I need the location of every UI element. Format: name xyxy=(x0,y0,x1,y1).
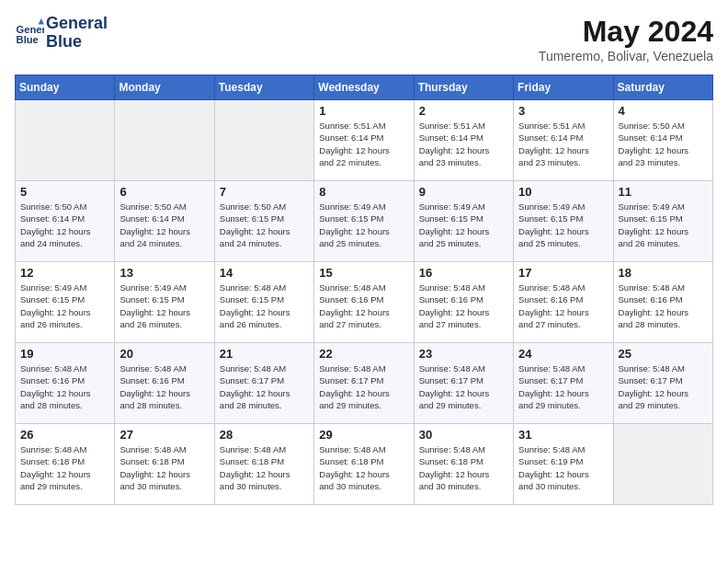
calendar-cell: 22Sunrise: 5:48 AM Sunset: 6:17 PM Dayli… xyxy=(314,343,414,424)
day-number: 6 xyxy=(119,185,209,199)
day-info: Sunrise: 5:48 AM Sunset: 6:17 PM Dayligh… xyxy=(419,362,508,411)
day-info: Sunrise: 5:50 AM Sunset: 6:15 PM Dayligh… xyxy=(220,201,309,249)
day-info: Sunrise: 5:48 AM Sunset: 6:18 PM Dayligh… xyxy=(119,443,209,492)
day-number: 8 xyxy=(319,185,408,199)
calendar-cell: 12Sunrise: 5:49 AM Sunset: 6:15 PM Dayli… xyxy=(16,262,115,343)
day-info: Sunrise: 5:48 AM Sunset: 6:17 PM Dayligh… xyxy=(220,362,309,411)
calendar-cell: 29Sunrise: 5:48 AM Sunset: 6:18 PM Dayli… xyxy=(314,424,414,505)
location-title: Tumeremo, Bolivar, Venezuela xyxy=(539,49,713,63)
calendar-cell xyxy=(115,100,214,181)
calendar-cell: 17Sunrise: 5:48 AM Sunset: 6:16 PM Dayli… xyxy=(514,262,613,343)
calendar-cell: 31Sunrise: 5:48 AM Sunset: 6:19 PM Dayli… xyxy=(514,424,613,505)
calendar-week-row: 5Sunrise: 5:50 AM Sunset: 6:14 PM Daylig… xyxy=(16,181,713,262)
calendar-cell: 10Sunrise: 5:49 AM Sunset: 6:15 PM Dayli… xyxy=(514,181,613,262)
svg-text:General: General xyxy=(17,24,44,35)
day-number: 13 xyxy=(119,266,209,280)
day-number: 1 xyxy=(319,104,408,118)
day-number: 22 xyxy=(319,347,408,361)
day-number: 27 xyxy=(119,428,209,442)
calendar-cell: 11Sunrise: 5:49 AM Sunset: 6:15 PM Dayli… xyxy=(613,181,712,262)
calendar-cell: 26Sunrise: 5:48 AM Sunset: 6:18 PM Dayli… xyxy=(16,424,115,505)
calendar-table: SundayMondayTuesdayWednesdayThursdayFrid… xyxy=(15,75,713,505)
logo-text: General Blue xyxy=(46,15,108,52)
header-row: SundayMondayTuesdayWednesdayThursdayFrid… xyxy=(16,75,713,100)
day-info: Sunrise: 5:50 AM Sunset: 6:14 PM Dayligh… xyxy=(20,201,109,249)
day-number: 18 xyxy=(619,266,708,280)
day-number: 24 xyxy=(518,347,608,361)
day-info: Sunrise: 5:48 AM Sunset: 6:18 PM Dayligh… xyxy=(20,443,109,492)
calendar-cell: 1Sunrise: 5:51 AM Sunset: 6:14 PM Daylig… xyxy=(314,100,414,181)
calendar-cell: 8Sunrise: 5:49 AM Sunset: 6:15 PM Daylig… xyxy=(314,181,414,262)
calendar-week-row: 1Sunrise: 5:51 AM Sunset: 6:14 PM Daylig… xyxy=(16,100,713,181)
day-info: Sunrise: 5:49 AM Sunset: 6:15 PM Dayligh… xyxy=(619,201,708,249)
day-info: Sunrise: 5:48 AM Sunset: 6:16 PM Dayligh… xyxy=(419,282,508,330)
calendar-cell: 13Sunrise: 5:49 AM Sunset: 6:15 PM Dayli… xyxy=(115,262,214,343)
day-number: 4 xyxy=(619,104,708,118)
calendar-cell xyxy=(214,100,313,181)
title-block: May 2024 Tumeremo, Bolivar, Venezuela xyxy=(539,15,713,63)
calendar-cell xyxy=(16,100,115,181)
day-number: 12 xyxy=(20,266,109,280)
calendar-cell: 21Sunrise: 5:48 AM Sunset: 6:17 PM Dayli… xyxy=(214,343,313,424)
logo: General Blue General Blue xyxy=(15,15,108,52)
day-number: 7 xyxy=(220,185,309,199)
day-number: 3 xyxy=(518,104,608,118)
calendar-cell: 23Sunrise: 5:48 AM Sunset: 6:17 PM Dayli… xyxy=(414,343,513,424)
day-number: 14 xyxy=(220,266,309,280)
day-info: Sunrise: 5:50 AM Sunset: 6:14 PM Dayligh… xyxy=(619,120,708,168)
day-number: 21 xyxy=(220,347,309,361)
calendar-cell: 2Sunrise: 5:51 AM Sunset: 6:14 PM Daylig… xyxy=(414,100,513,181)
header-day: Monday xyxy=(115,75,214,100)
day-info: Sunrise: 5:51 AM Sunset: 6:14 PM Dayligh… xyxy=(419,120,508,168)
calendar-cell: 28Sunrise: 5:48 AM Sunset: 6:18 PM Dayli… xyxy=(214,424,313,505)
calendar-cell: 15Sunrise: 5:48 AM Sunset: 6:16 PM Dayli… xyxy=(314,262,414,343)
day-number: 20 xyxy=(119,347,209,361)
day-info: Sunrise: 5:48 AM Sunset: 6:16 PM Dayligh… xyxy=(619,282,708,330)
day-number: 9 xyxy=(419,185,508,199)
day-info: Sunrise: 5:50 AM Sunset: 6:14 PM Dayligh… xyxy=(119,201,209,249)
header-day: Sunday xyxy=(16,75,115,100)
calendar-cell: 14Sunrise: 5:48 AM Sunset: 6:15 PM Dayli… xyxy=(214,262,313,343)
calendar-cell: 18Sunrise: 5:48 AM Sunset: 6:16 PM Dayli… xyxy=(613,262,712,343)
day-number: 29 xyxy=(319,428,408,442)
day-number: 15 xyxy=(319,266,408,280)
day-number: 31 xyxy=(518,428,608,442)
calendar-cell: 6Sunrise: 5:50 AM Sunset: 6:14 PM Daylig… xyxy=(115,181,214,262)
calendar-week-row: 19Sunrise: 5:48 AM Sunset: 6:16 PM Dayli… xyxy=(16,343,713,424)
day-info: Sunrise: 5:48 AM Sunset: 6:17 PM Dayligh… xyxy=(619,362,708,411)
svg-text:Blue: Blue xyxy=(17,34,39,45)
logo-icon: General Blue xyxy=(15,18,44,48)
calendar-cell: 5Sunrise: 5:50 AM Sunset: 6:14 PM Daylig… xyxy=(16,181,115,262)
calendar-cell: 3Sunrise: 5:51 AM Sunset: 6:14 PM Daylig… xyxy=(514,100,613,181)
day-info: Sunrise: 5:51 AM Sunset: 6:14 PM Dayligh… xyxy=(518,120,608,168)
header-day: Wednesday xyxy=(314,75,414,100)
day-number: 5 xyxy=(20,185,109,199)
day-info: Sunrise: 5:48 AM Sunset: 6:16 PM Dayligh… xyxy=(119,362,209,411)
day-info: Sunrise: 5:48 AM Sunset: 6:17 PM Dayligh… xyxy=(319,362,408,411)
day-info: Sunrise: 5:48 AM Sunset: 6:19 PM Dayligh… xyxy=(518,443,608,492)
day-number: 17 xyxy=(518,266,608,280)
day-number: 10 xyxy=(518,185,608,199)
calendar-week-row: 26Sunrise: 5:48 AM Sunset: 6:18 PM Dayli… xyxy=(16,424,713,505)
calendar-cell: 30Sunrise: 5:48 AM Sunset: 6:18 PM Dayli… xyxy=(414,424,513,505)
page-header: General Blue General Blue May 2024 Tumer… xyxy=(15,15,713,63)
calendar-cell: 4Sunrise: 5:50 AM Sunset: 6:14 PM Daylig… xyxy=(613,100,712,181)
day-info: Sunrise: 5:48 AM Sunset: 6:16 PM Dayligh… xyxy=(319,282,408,330)
day-info: Sunrise: 5:49 AM Sunset: 6:15 PM Dayligh… xyxy=(419,201,508,249)
day-info: Sunrise: 5:48 AM Sunset: 6:18 PM Dayligh… xyxy=(319,443,408,492)
day-info: Sunrise: 5:51 AM Sunset: 6:14 PM Dayligh… xyxy=(319,120,408,168)
day-number: 16 xyxy=(419,266,508,280)
calendar-cell: 9Sunrise: 5:49 AM Sunset: 6:15 PM Daylig… xyxy=(414,181,513,262)
day-number: 11 xyxy=(619,185,708,199)
header-day: Thursday xyxy=(414,75,513,100)
day-number: 2 xyxy=(419,104,508,118)
day-info: Sunrise: 5:48 AM Sunset: 6:16 PM Dayligh… xyxy=(20,362,109,411)
month-title: May 2024 xyxy=(539,15,713,49)
svg-marker-2 xyxy=(39,18,44,24)
day-number: 23 xyxy=(419,347,508,361)
day-number: 19 xyxy=(20,347,109,361)
day-info: Sunrise: 5:49 AM Sunset: 6:15 PM Dayligh… xyxy=(119,282,209,330)
header-day: Saturday xyxy=(613,75,712,100)
day-info: Sunrise: 5:48 AM Sunset: 6:15 PM Dayligh… xyxy=(220,282,309,330)
day-number: 25 xyxy=(619,347,708,361)
